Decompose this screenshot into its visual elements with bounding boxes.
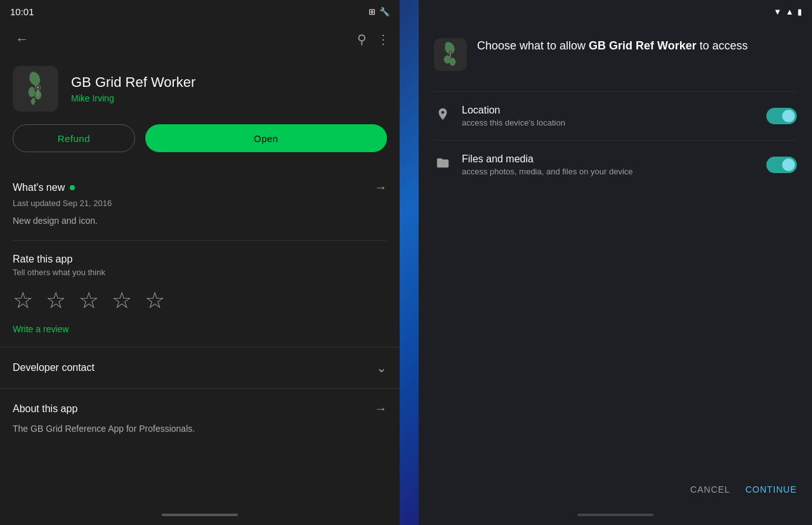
files-name: Files and media	[462, 153, 756, 165]
whats-new-arrow[interactable]: →	[374, 180, 387, 195]
location-desc: access this device's location	[462, 118, 756, 127]
rate-title: Rate this app	[13, 254, 387, 265]
action-buttons: Refund Open	[0, 124, 400, 167]
search-icon[interactable]: ⚲	[357, 32, 367, 47]
cancel-button[interactable]: CANCEL	[690, 484, 730, 495]
home-indicator-right	[419, 507, 812, 525]
home-indicator-bar-right	[577, 514, 653, 516]
permission-title: Choose what to allow GB Grid Ref Worker …	[477, 38, 748, 54]
files-info: Files and media access photos, media, an…	[462, 153, 756, 176]
about-text: The GB Grid Reference App for Profession…	[13, 422, 387, 436]
whats-new-title: What's new	[13, 182, 75, 193]
developer-chevron-icon: ⌄	[376, 360, 387, 375]
star-3[interactable]: ☆	[79, 287, 99, 314]
svg-point-2	[37, 86, 39, 89]
app-title: GB Grid Ref Worker	[71, 74, 387, 91]
battery-icon: ▮	[797, 7, 802, 16]
location-info: Location access this device's location	[462, 105, 756, 127]
home-indicator-left	[0, 507, 400, 525]
location-icon	[434, 107, 452, 125]
app-info: GB Grid Ref Worker Mike Irving	[71, 74, 387, 103]
permission-content: Choose what to allow GB Grid Ref Worker …	[419, 23, 812, 472]
star-4[interactable]: ☆	[112, 287, 132, 314]
about-section: About this app → The GB Grid Reference A…	[0, 388, 400, 448]
app-header: GB Grid Ref Worker Mike Irving	[0, 56, 400, 124]
wrench-icon: 🔧	[379, 7, 390, 16]
write-review-link[interactable]: Write a review	[13, 324, 387, 334]
app-icon	[13, 66, 58, 112]
app-developer[interactable]: Mike Irving	[71, 93, 387, 103]
permission-header: Choose what to allow GB Grid Ref Worker …	[434, 38, 797, 71]
permission-footer: CANCEL CONTINUE	[419, 472, 812, 507]
open-button[interactable]: Open	[145, 124, 387, 152]
about-arrow[interactable]: →	[374, 401, 387, 416]
about-header: About this app →	[13, 401, 387, 416]
files-icon	[434, 156, 452, 174]
middle-fold	[400, 0, 419, 525]
star-2[interactable]: ☆	[46, 287, 66, 314]
files-toggle[interactable]	[766, 157, 797, 173]
developer-contact-section[interactable]: Developer contact ⌄	[0, 347, 400, 388]
location-permission-item: Location access this device's location	[434, 91, 797, 140]
stars-row: ☆ ☆ ☆ ☆ ☆	[13, 287, 387, 314]
right-panel: ▼ ▲ ▮	[419, 0, 812, 525]
status-time: 10:01	[10, 6, 34, 17]
signal-icon: ▲	[785, 7, 794, 16]
status-bar: 10:01 ⊞ 🔧	[0, 0, 400, 23]
home-indicator-bar-left	[162, 514, 238, 516]
more-options-icon[interactable]: ⋮	[377, 32, 390, 47]
whats-new-section: What's new → Last updated Sep 21, 2016 N…	[0, 167, 400, 240]
rate-section: Rate this app Tell others what you think…	[0, 241, 400, 347]
location-toggle[interactable]	[766, 108, 797, 124]
left-panel: 10:01 ⊞ 🔧 ← ⚲ ⋮	[0, 0, 400, 525]
right-status-bar: ▼ ▲ ▮	[419, 0, 812, 23]
green-dot	[70, 185, 75, 190]
blue-fold-graphic	[400, 0, 419, 525]
back-button[interactable]: ←	[10, 26, 34, 53]
files-permission-item: Files and media access photos, media, an…	[434, 140, 797, 189]
whats-new-text: New design and icon.	[13, 214, 387, 228]
nav-left: ←	[10, 26, 34, 53]
apps-icon: ⊞	[369, 7, 376, 16]
whats-new-date: Last updated Sep 21, 2016	[13, 198, 387, 208]
wifi-icon: ▼	[773, 7, 782, 16]
developer-contact-title: Developer contact	[13, 362, 95, 373]
status-icons: ⊞ 🔧	[369, 7, 390, 16]
about-title: About this app	[13, 403, 77, 415]
nav-bar: ← ⚲ ⋮	[0, 23, 400, 56]
star-5[interactable]: ☆	[145, 287, 165, 314]
whats-new-header: What's new →	[13, 180, 387, 195]
permission-app-icon	[434, 38, 467, 71]
nav-right: ⚲ ⋮	[357, 32, 390, 47]
rate-subtitle: Tell others what you think	[13, 268, 387, 277]
svg-point-5	[450, 51, 452, 53]
star-1[interactable]: ☆	[13, 287, 33, 314]
refund-button[interactable]: Refund	[13, 124, 135, 152]
location-name: Location	[462, 105, 756, 116]
files-desc: access photos, media, and files on your …	[462, 167, 756, 176]
continue-button[interactable]: CONTINUE	[745, 484, 797, 495]
